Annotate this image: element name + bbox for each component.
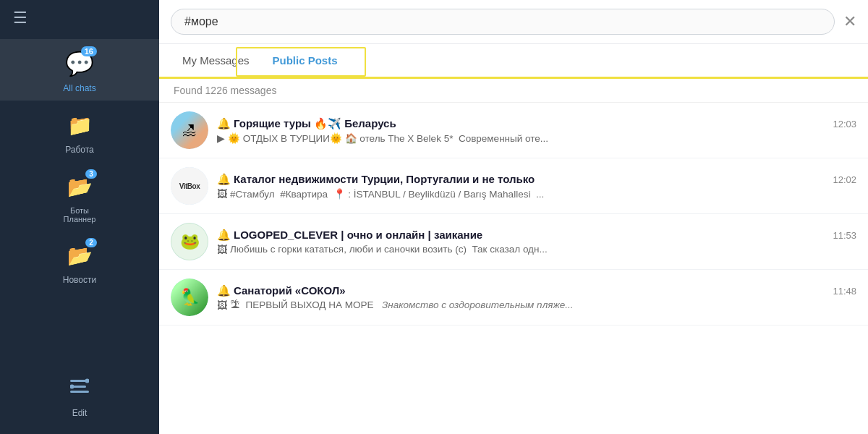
result-title: 🔔 Каталог недвижимости Турции, Португали… xyxy=(217,173,535,186)
megaphone-icon: 🔔 xyxy=(217,284,231,297)
avatar: 🏖 xyxy=(171,111,208,149)
megaphone-icon: 🔔 xyxy=(217,173,231,186)
search-bar: ✕ xyxy=(159,0,868,44)
edit-label: Edit xyxy=(72,408,88,418)
sidebar-item-rabota[interactable]: 📁 Работа xyxy=(0,101,159,162)
all-chats-badge: 16 xyxy=(81,46,97,56)
result-item[interactable]: VitBox 🔔 Каталог недвижимости Турции, По… xyxy=(159,158,868,214)
preview-icon: 🖼 xyxy=(217,188,227,200)
preview-italic: Знакомство с оздоровительным пляже... xyxy=(382,299,574,310)
sidebar-item-boty[interactable]: 📂 3 Боты Планнер xyxy=(0,162,159,231)
edit-icon xyxy=(70,378,89,399)
avatar-image: 🐸 xyxy=(171,223,208,260)
result-item[interactable]: 🦜 🔔 Санаторий «СОКОЛ» 11:48 🖼 🏝 ПЕРВЫЙ В… xyxy=(159,270,868,326)
results-list: 🏖 🔔 Горящие туры 🔥✈️ Беларусь 12:03 ▶ 🌞 … xyxy=(159,103,868,434)
main-content: ✕ My Messages Public Posts Found 1226 me… xyxy=(159,0,868,434)
result-preview: 🖼 Любишь с горки кататься, люби и саночк… xyxy=(217,244,856,255)
search-input[interactable] xyxy=(171,9,835,35)
boty-badge: 3 xyxy=(85,169,97,179)
avatar: VitBox xyxy=(171,167,208,205)
preview-icon: ▶ xyxy=(217,132,225,144)
megaphone-icon: 🔔 xyxy=(217,117,231,130)
result-time: 11:48 xyxy=(833,286,856,297)
avatar: 🐸 xyxy=(171,223,208,260)
novosti-badge: 2 xyxy=(85,238,97,247)
menu-icon[interactable]: ☰ xyxy=(0,9,27,27)
result-header: 🔔 Каталог недвижимости Турции, Португали… xyxy=(217,173,856,186)
result-time: 11:53 xyxy=(833,230,856,241)
tab-public-posts[interactable]: Public Posts xyxy=(261,44,349,79)
megaphone-icon: 🔔 xyxy=(217,229,231,242)
result-body: 🔔 Горящие туры 🔥✈️ Беларусь 12:03 ▶ 🌞 ОТ… xyxy=(217,117,856,144)
sidebar-item-all-chats[interactable]: 💬 16 All chats xyxy=(0,39,159,101)
rabota-icon: 📁 xyxy=(67,114,93,137)
preview-icon: 🖼 xyxy=(217,299,227,311)
result-item[interactable]: 🏖 🔔 Горящие туры 🔥✈️ Беларусь 12:03 ▶ 🌞 … xyxy=(159,103,868,158)
found-bar: Found 1226 messages xyxy=(159,79,868,103)
svg-rect-2 xyxy=(70,391,89,393)
novosti-label: Новости xyxy=(63,275,96,285)
result-body: 🔔 Каталог недвижимости Турции, Португали… xyxy=(217,173,856,200)
sidebar-item-edit[interactable]: Edit xyxy=(0,364,159,425)
result-title: 🔔 Санаторий «СОКОЛ» xyxy=(217,284,346,297)
avatar: 🦜 xyxy=(171,278,208,316)
all-chats-label: All chats xyxy=(63,83,95,93)
result-header: 🔔 Санаторий «СОКОЛ» 11:48 xyxy=(217,284,856,297)
avatar-image: VitBox xyxy=(171,167,208,205)
boty-label: Боты Планнер xyxy=(64,206,96,224)
result-preview: 🖼 #Стамбул #Квартира 📍 : İSTANBUL / Beyl… xyxy=(217,188,856,200)
result-time: 12:02 xyxy=(833,174,856,185)
result-time: 12:03 xyxy=(833,119,856,129)
result-header: 🔔 Горящие туры 🔥✈️ Беларусь 12:03 xyxy=(217,117,856,130)
svg-rect-1 xyxy=(73,386,86,388)
search-close-button[interactable]: ✕ xyxy=(843,14,856,30)
svg-point-4 xyxy=(85,379,90,383)
result-title: 🔔 Горящие туры 🔥✈️ Беларусь xyxy=(217,117,396,130)
result-body: 🔔 Санаторий «СОКОЛ» 11:48 🖼 🏝 ПЕРВЫЙ ВЫХ… xyxy=(217,284,856,311)
rabota-label: Работа xyxy=(65,145,94,155)
result-header: 🔔 LOGOPED_CLEVER | очно и онлайн | заика… xyxy=(217,229,856,242)
result-preview: ▶ 🌞 ОТДЫХ В ТУРЦИИ🌞 🏠 отель The X Belek … xyxy=(217,132,856,144)
result-item[interactable]: 🐸 🔔 LOGOPED_CLEVER | очно и онлайн | заи… xyxy=(159,214,868,270)
found-count-text: Found 1226 messages xyxy=(174,85,276,96)
sidebar-item-novosti[interactable]: 📂 2 Новости xyxy=(0,231,159,292)
sidebar: ☰ 💬 16 All chats 📁 Работа 📂 3 Боты Планн… xyxy=(0,0,159,434)
result-title: 🔔 LOGOPED_CLEVER | очно и онлайн | заика… xyxy=(217,229,482,242)
preview-icon: 🖼 xyxy=(217,244,227,255)
tab-my-messages[interactable]: My Messages xyxy=(171,44,261,79)
tabs-bar: My Messages Public Posts xyxy=(159,44,868,79)
avatar-image: 🏖 xyxy=(171,111,208,149)
svg-point-3 xyxy=(70,385,75,389)
avatar-image: 🦜 xyxy=(171,278,208,316)
result-body: 🔔 LOGOPED_CLEVER | очно и онлайн | заика… xyxy=(217,229,856,255)
result-preview: 🖼 🏝 ПЕРВЫЙ ВЫХОД НА МОРЕ Знакомство с оз… xyxy=(217,299,856,311)
